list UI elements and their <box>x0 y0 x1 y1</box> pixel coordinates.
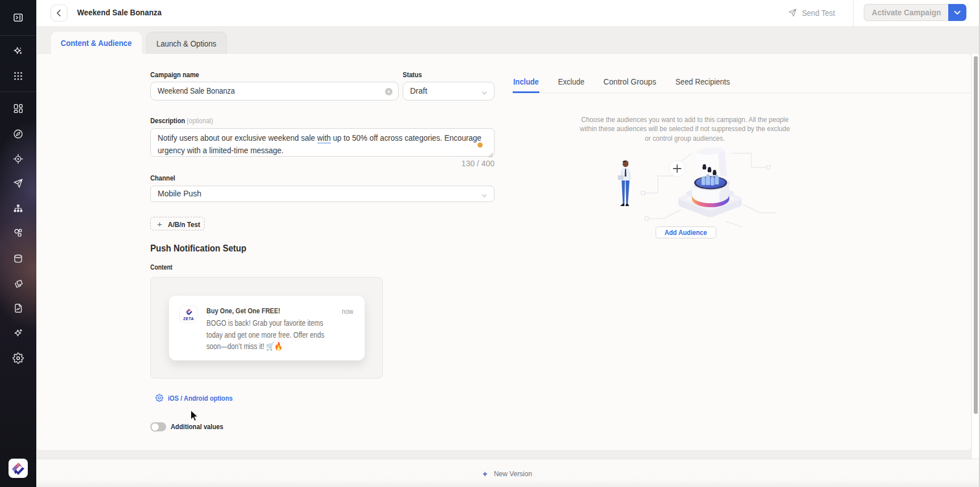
svg-text:ZETA: ZETA <box>183 317 194 321</box>
